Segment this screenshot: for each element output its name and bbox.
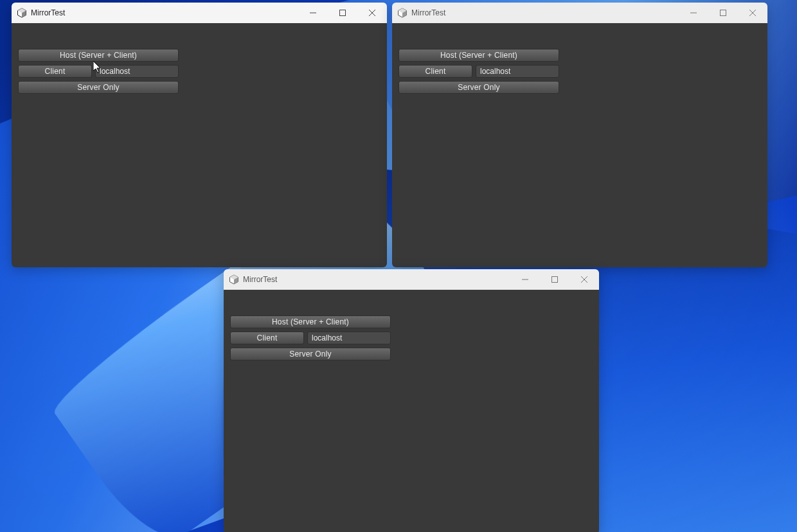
address-input[interactable]: localhost: [307, 332, 391, 344]
address-input[interactable]: localhost: [95, 65, 179, 78]
svg-rect-11: [721, 10, 726, 16]
client-button[interactable]: Client: [398, 65, 472, 78]
close-button[interactable]: [357, 3, 387, 23]
app-window: MirrorTest Host (Server + Client) Client…: [224, 269, 599, 532]
game-viewport: Host (Server + Client) Client localhost …: [224, 290, 599, 532]
host-button[interactable]: Host (Server + Client): [230, 315, 391, 328]
address-input[interactable]: localhost: [476, 65, 559, 78]
server-only-button[interactable]: Server Only: [18, 81, 179, 94]
maximize-button[interactable]: [540, 269, 569, 290]
window-title: MirrorTest: [411, 8, 445, 17]
unity-app-icon: [397, 8, 407, 18]
window-title: MirrorTest: [31, 8, 65, 17]
titlebar[interactable]: MirrorTest: [12, 3, 387, 23]
host-button[interactable]: Host (Server + Client): [18, 49, 179, 62]
game-viewport: Host (Server + Client) Client localhost …: [12, 23, 387, 267]
network-hud: Host (Server + Client) Client localhost …: [230, 315, 391, 364]
svg-rect-4: [340, 10, 346, 16]
titlebar[interactable]: MirrorTest: [392, 3, 767, 23]
server-only-button[interactable]: Server Only: [230, 348, 391, 360]
desktop: MirrorTest Host (Server + Client) Client…: [0, 0, 797, 532]
network-hud: Host (Server + Client) Client localhost …: [398, 49, 559, 97]
app-window: MirrorTest Host (Server + Client) Client…: [12, 3, 387, 267]
titlebar[interactable]: MirrorTest: [224, 269, 599, 290]
client-button[interactable]: Client: [230, 332, 304, 344]
app-window: MirrorTest Host (Server + Client) Client…: [392, 3, 767, 267]
svg-rect-18: [552, 277, 558, 283]
unity-app-icon: [229, 274, 239, 285]
network-hud: Host (Server + Client) Client localhost …: [18, 49, 179, 97]
unity-app-icon: [17, 8, 27, 18]
window-title: MirrorTest: [243, 275, 277, 284]
minimize-button[interactable]: [510, 269, 540, 290]
server-only-button[interactable]: Server Only: [398, 81, 559, 94]
close-button[interactable]: [569, 269, 599, 290]
game-viewport: Host (Server + Client) Client localhost …: [392, 23, 767, 267]
close-button[interactable]: [738, 3, 767, 23]
client-button[interactable]: Client: [18, 65, 92, 78]
host-button[interactable]: Host (Server + Client): [398, 49, 559, 62]
minimize-button[interactable]: [679, 3, 708, 23]
maximize-button[interactable]: [708, 3, 738, 23]
minimize-button[interactable]: [298, 3, 328, 23]
maximize-button[interactable]: [328, 3, 357, 23]
